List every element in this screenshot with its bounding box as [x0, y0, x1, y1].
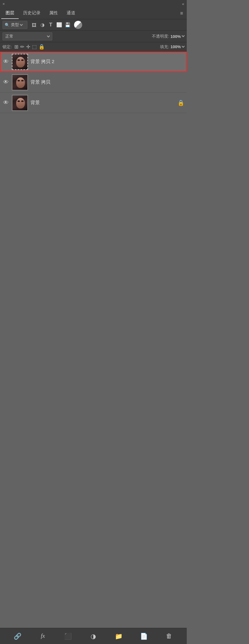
- panel-menu-icon[interactable]: ≡: [178, 9, 186, 17]
- lock-row: 锁定: ⊞ ✏ ✛ ⬚ 🔒 填充: 100%: [0, 42, 187, 52]
- filter-type-icon[interactable]: T: [47, 22, 54, 28]
- filter-smart-icon[interactable]: 💾: [64, 22, 71, 28]
- search-icon: 🔍: [5, 23, 10, 27]
- add-adjustment-icon[interactable]: ◑: [81, 632, 106, 640]
- layer-visibility-toggle[interactable]: 👁: [2, 58, 9, 65]
- tab-history[interactable]: 历史记录: [19, 8, 45, 19]
- close-button[interactable]: ×: [2, 2, 5, 6]
- bottom-toolbar: 🔗 fx ⬛ ◑ 📁 📄 🗑: [0, 628, 187, 644]
- tab-channels[interactable]: 通道: [62, 8, 80, 19]
- layer-item[interactable]: 👁 背景 拷贝: [0, 72, 187, 93]
- tabs-row: 图层 历史记录 属性 通道 ≡: [0, 7, 187, 19]
- opacity-dropdown-arrow[interactable]: [182, 34, 184, 38]
- filter-type-label: 类型: [11, 22, 19, 28]
- lock-icons-group: ⊞ ✏ ✛ ⬚ 🔒: [14, 44, 45, 50]
- opacity-control: 不透明度: 100%: [152, 34, 184, 39]
- layer-thumbnail: [12, 54, 28, 70]
- layers-list: 👁 背景 拷贝 2 👁 背景 拷贝 👁 背景 🔒: [0, 52, 187, 340]
- top-bar: × «: [0, 0, 187, 7]
- layer-thumbnail: [12, 74, 28, 90]
- blend-mode-label: 正常: [5, 34, 13, 39]
- filter-row: 🔍 类型 🖼 ◑ T ⬜ 💾: [0, 19, 187, 31]
- opacity-value[interactable]: 100%: [171, 34, 181, 39]
- lock-label: 锁定:: [2, 44, 12, 50]
- layer-item[interactable]: 👁 背景 🔒: [0, 93, 187, 113]
- filter-dropdown-arrow: [20, 23, 22, 27]
- filter-shape-icon[interactable]: ⬜: [56, 22, 63, 28]
- opacity-label: 不透明度:: [152, 34, 169, 39]
- layer-thumbnail: [12, 95, 28, 111]
- layer-name: 背景 拷贝 2: [31, 59, 184, 65]
- link-layers-icon[interactable]: 🔗: [5, 632, 30, 640]
- layer-name: 背景 拷贝: [31, 79, 184, 85]
- fill-control: 填充: 100%: [160, 44, 184, 50]
- layer-lock-icon: 🔒: [177, 99, 184, 106]
- fx-effects-icon[interactable]: fx: [30, 633, 55, 639]
- fill-value[interactable]: 100%: [171, 44, 181, 49]
- filter-type-dropdown[interactable]: 🔍 类型: [2, 21, 27, 29]
- new-layer-icon[interactable]: 📄: [131, 632, 157, 640]
- add-mask-icon[interactable]: ⬛: [55, 632, 81, 640]
- layer-item[interactable]: 👁 背景 拷贝 2: [0, 52, 187, 72]
- lock-artboard-icon[interactable]: ⬚: [32, 44, 37, 50]
- blend-dropdown-arrow: [47, 34, 49, 39]
- filter-icons: 🖼 ◑ T ⬜ 💾: [31, 22, 71, 28]
- layer-visibility-toggle[interactable]: 👁: [2, 99, 9, 106]
- lock-move-icon[interactable]: ✛: [26, 44, 30, 50]
- layer-visibility-toggle[interactable]: 👁: [2, 79, 9, 85]
- collapse-button[interactable]: «: [182, 2, 184, 6]
- lock-all-icon[interactable]: 🔒: [39, 44, 45, 50]
- layer-filter-toggle[interactable]: [74, 21, 82, 29]
- tab-properties[interactable]: 属性: [45, 8, 62, 19]
- fill-dropdown-arrow[interactable]: [182, 45, 184, 49]
- layers-panel: × « 图层 历史记录 属性 通道 ≡ 🔍 类型 🖼 ◑ T ⬜ 💾 正常: [0, 0, 187, 644]
- delete-layer-icon[interactable]: 🗑: [157, 632, 182, 640]
- blend-mode-dropdown[interactable]: 正常: [2, 32, 52, 40]
- blend-row: 正常 不透明度: 100%: [0, 31, 187, 42]
- new-group-icon[interactable]: 📁: [106, 632, 131, 640]
- lock-brush-icon[interactable]: ✏: [20, 44, 24, 50]
- filter-pixel-icon[interactable]: 🖼: [31, 22, 37, 28]
- filter-adjustment-icon[interactable]: ◑: [39, 22, 46, 28]
- tab-layers[interactable]: 图层: [1, 8, 19, 19]
- layer-name: 背景: [31, 100, 175, 106]
- fill-label: 填充:: [160, 44, 169, 50]
- empty-canvas-area: [0, 340, 187, 628]
- lock-checkerboard-icon[interactable]: ⊞: [14, 44, 18, 50]
